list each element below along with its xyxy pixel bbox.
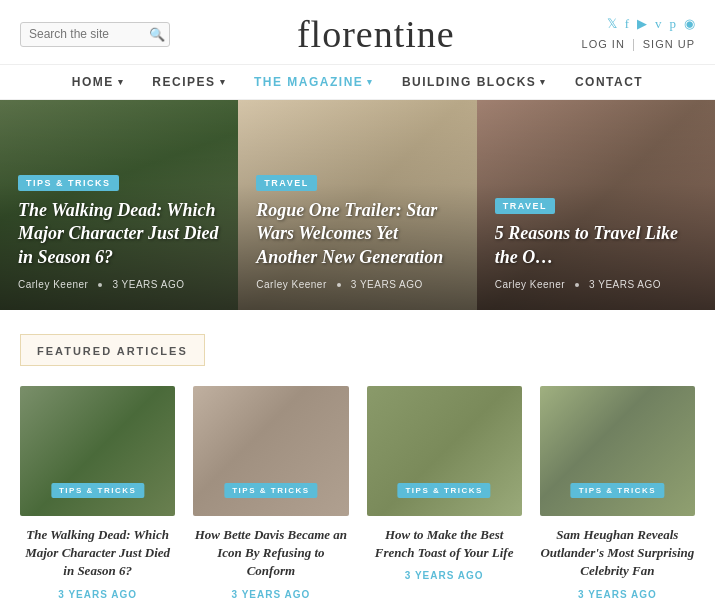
search-box[interactable]: 🔍 (20, 22, 170, 47)
article-2-image: TIPS & TRICKS (193, 386, 348, 516)
featured-header: FEATURED ARTICLES (20, 334, 205, 366)
header-right: 𝕏 f ▶ v p ◉ LOG IN | SIGN UP // inline f… (582, 16, 695, 52)
slide-1-time: 3 YEARS AGO (112, 279, 184, 290)
hero-slider: TIPS & TRICKS The Walking Dead: Which Ma… (0, 100, 715, 310)
meta-dot (337, 283, 341, 287)
slide-2-time: 3 YEARS AGO (351, 279, 423, 290)
slide-1-author: Carley Keener (18, 279, 88, 290)
nav-recipes[interactable]: RECIPES ▾ (152, 75, 226, 89)
youtube-icon[interactable]: ▶ (637, 16, 647, 32)
chevron-down-icon: ▾ (118, 77, 125, 87)
article-3-tag: TIPS & TRICKS (397, 483, 490, 498)
meta-dot (98, 283, 102, 287)
article-3-title: How to Make the Best French Toast of You… (367, 526, 522, 562)
article-4-image: TIPS & TRICKS (540, 386, 695, 516)
featured-title: FEATURED ARTICLES (37, 345, 188, 357)
auth-separator: | (632, 37, 635, 51)
article-3-date: 3 YEARS AGO (405, 570, 484, 581)
hero-slide-3[interactable]: TRAVEL 5 Reasons to Travel Like the O… C… (477, 100, 715, 310)
slide-1-content: TIPS & TRICKS The Walking Dead: Which Ma… (0, 160, 238, 310)
slide-2-content: TRAVEL Rogue One Trailer: Star Wars Welc… (238, 160, 476, 310)
meta-dot (575, 283, 579, 287)
slide-3-time: 3 YEARS AGO (589, 279, 661, 290)
facebook-icon[interactable]: f (625, 16, 629, 32)
social-icons: 𝕏 f ▶ v p ◉ (607, 16, 695, 32)
chevron-down-icon: ▾ (220, 77, 227, 87)
article-2-title: How Bette Davis Became an Icon By Refusi… (193, 526, 348, 581)
article-2-tag: TIPS & TRICKS (224, 483, 317, 498)
hero-slide-2[interactable]: TRAVEL Rogue One Trailer: Star Wars Welc… (238, 100, 476, 310)
article-card-3[interactable]: TIPS & TRICKS How to Make the Best Frenc… (367, 386, 522, 600)
twitter-icon[interactable]: 𝕏 (607, 16, 617, 32)
article-4-title: Sam Heughan Reveals Outlander's Most Sur… (540, 526, 695, 581)
site-logo: florentine (170, 12, 582, 56)
login-link[interactable]: LOG IN (582, 38, 625, 50)
slide-1-title: The Walking Dead: Which Major Character … (18, 199, 220, 269)
articles-grid: TIPS & TRICKS The Walking Dead: Which Ma… (20, 386, 695, 600)
slide-3-title: 5 Reasons to Travel Like the O… (495, 222, 697, 269)
featured-section: FEATURED ARTICLES TIPS & TRICKS The Walk… (0, 310, 715, 601)
slide-3-tag: TRAVEL (495, 198, 555, 214)
pinterest-icon[interactable]: p (670, 16, 677, 32)
article-card-4[interactable]: TIPS & TRICKS Sam Heughan Reveals Outlan… (540, 386, 695, 600)
article-1-image: TIPS & TRICKS (20, 386, 175, 516)
slide-3-content: TRAVEL 5 Reasons to Travel Like the O… C… (477, 183, 715, 310)
nav-home[interactable]: HOME ▾ (72, 75, 125, 89)
article-card-1[interactable]: TIPS & TRICKS The Walking Dead: Which Ma… (20, 386, 175, 600)
instagram-icon[interactable]: ◉ (684, 16, 695, 32)
article-4-date: 3 YEARS AGO (578, 589, 657, 600)
nav-building-blocks[interactable]: BUILDING BLOCKS ▾ (402, 75, 547, 89)
article-1-date: 3 YEARS AGO (58, 589, 137, 600)
auth-links: LOG IN | SIGN UP // inline fix for auth … (582, 37, 695, 52)
search-input[interactable] (29, 27, 149, 41)
slide-2-author: Carley Keener (256, 279, 326, 290)
slide-1-tag: TIPS & TRICKS (18, 175, 119, 191)
search-button[interactable]: 🔍 (149, 27, 165, 42)
signup-link[interactable]: SIGN UP (643, 38, 695, 50)
slide-3-meta: Carley Keener 3 YEARS AGO (495, 279, 697, 290)
main-nav: HOME ▾ RECIPES ▾ THE MAGAZINE ▾ BUILDING… (0, 65, 715, 100)
article-1-title: The Walking Dead: Which Major Character … (20, 526, 175, 581)
article-2-date: 3 YEARS AGO (231, 589, 310, 600)
slide-1-meta: Carley Keener 3 YEARS AGO (18, 279, 220, 290)
chevron-down-icon: ▾ (540, 77, 547, 87)
chevron-down-icon: ▾ (367, 77, 374, 87)
article-card-2[interactable]: TIPS & TRICKS How Bette Davis Became an … (193, 386, 348, 600)
slide-2-title: Rogue One Trailer: Star Wars Welcomes Ye… (256, 199, 458, 269)
article-3-image: TIPS & TRICKS (367, 386, 522, 516)
hero-slide-1[interactable]: TIPS & TRICKS The Walking Dead: Which Ma… (0, 100, 238, 310)
nav-magazine[interactable]: THE MAGAZINE ▾ (254, 75, 374, 89)
nav-contact[interactable]: CONTACT (575, 75, 643, 89)
header: 🔍 florentine 𝕏 f ▶ v p ◉ LOG IN | SIGN U… (0, 0, 715, 65)
slide-2-meta: Carley Keener 3 YEARS AGO (256, 279, 458, 290)
article-4-tag: TIPS & TRICKS (571, 483, 664, 498)
vimeo-icon[interactable]: v (655, 16, 662, 32)
article-1-tag: TIPS & TRICKS (51, 483, 144, 498)
slide-2-tag: TRAVEL (256, 175, 316, 191)
slide-3-author: Carley Keener (495, 279, 565, 290)
